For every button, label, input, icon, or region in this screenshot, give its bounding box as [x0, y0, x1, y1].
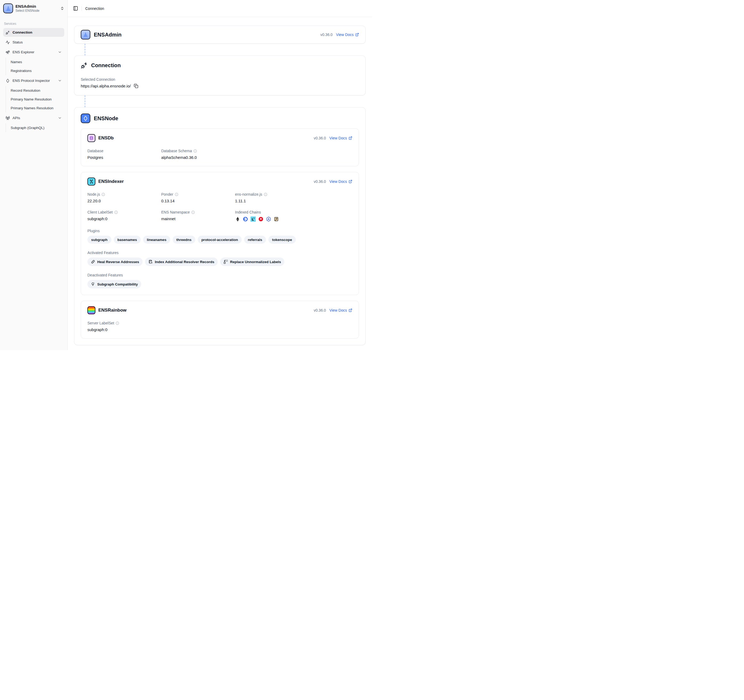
circuit-board-icon: [89, 179, 94, 184]
sidebar-item-label: Connection: [12, 30, 32, 34]
ensadmin-view-docs-link[interactable]: View Docs: [336, 33, 359, 37]
sidebar-subitem-label: Subgraph (GraphQL): [10, 126, 45, 130]
external-link-icon: [348, 308, 352, 312]
panel-left-icon: [73, 6, 78, 11]
info-icon[interactable]: [264, 193, 267, 196]
sidebar-item-connection[interactable]: Connection: [3, 28, 64, 37]
sidebar-item-status[interactable]: Status: [3, 38, 64, 47]
sidebar-toggle-button[interactable]: [73, 6, 78, 11]
ens-logo-icon: [83, 115, 88, 121]
ensdb-card: ENSDb v0.36.0 View Docs Database Postgre…: [81, 128, 359, 166]
deactivated-features-label: Deactivated Features: [88, 273, 352, 277]
ensadmin-logo: [81, 30, 90, 39]
info-icon[interactable]: [191, 211, 195, 214]
replace-icon: [223, 260, 228, 264]
ensadmin-version: v0.36.0: [320, 33, 333, 37]
sidebar-item-registrations[interactable]: Registrations: [10, 66, 64, 75]
nodejs-label: Node.js: [88, 192, 100, 197]
ponder-label: Ponder: [161, 192, 173, 197]
indexed-chains-list: [235, 216, 352, 222]
database-schema-label: Database Schema: [161, 149, 192, 153]
client-labelset-value: subgraph:0: [88, 216, 161, 221]
database-schema-value: alphaSchema0.36.0: [161, 155, 235, 160]
ensindexer-view-docs-link[interactable]: View Docs: [329, 179, 352, 184]
sidebar-item-record-resolution[interactable]: Record Resolution: [10, 86, 64, 95]
server-labelset-value: subgraph:0: [88, 327, 161, 332]
ensindexer-logo: [88, 177, 95, 186]
database-label: Database: [88, 149, 161, 153]
apis-subitems: Subgraph (GraphQL): [6, 124, 64, 132]
services-section-label: Services: [0, 16, 67, 28]
view-docs-label: View Docs: [336, 33, 354, 37]
ensdb-version: v0.36.0: [314, 136, 326, 140]
ensdb-view-docs-link[interactable]: View Docs: [329, 136, 352, 140]
sidebar-item-ens-explorer[interactable]: ENS Explorer: [3, 48, 64, 57]
ens-namespace-value: mainnet: [161, 216, 235, 221]
sidebar-nav: Connection Status ENS Explorer Names Reg…: [0, 28, 67, 133]
copy-icon: [134, 84, 138, 88]
sidebar-subitem-label: Primary Names Resolution: [10, 106, 54, 110]
sidebar-subitem-label: Record Resolution: [10, 88, 40, 92]
ensadmin-triangle-icon: [5, 5, 12, 12]
ens-logo-icon: [6, 79, 10, 83]
sidebar-item-primary-names-resolution[interactable]: Primary Names Resolution: [10, 104, 64, 113]
sidebar-subitem-label: Primary Name Resolution: [10, 97, 52, 101]
ensadmin-logo: [3, 3, 13, 13]
sidebar-item-label: ENS Explorer: [12, 50, 34, 54]
info-icon[interactable]: [101, 193, 105, 196]
server-labelset-label: Server LabelSet: [88, 321, 114, 325]
sidebar-item-label: Status: [12, 40, 23, 44]
plugin-chip: threedns: [173, 236, 195, 244]
info-icon[interactable]: [116, 322, 119, 325]
chevron-down-icon: [58, 79, 62, 83]
plugin-chip: referrals: [244, 236, 266, 244]
sidebar-item-names[interactable]: Names: [10, 58, 64, 66]
view-docs-label: View Docs: [329, 179, 347, 184]
feature-chip-heal-reverse-addresses: Heal Reverse Addresses: [88, 258, 143, 266]
plugins-list: subgraph basenames lineanames threedns p…: [88, 236, 352, 244]
ensnode-selector[interactable]: ENSAdmin Select ENSNode: [0, 0, 67, 16]
nodejs-value: 22.20.0: [88, 199, 161, 203]
ensrainbow-title: ENSRainbow: [98, 308, 126, 313]
scroll-chain-icon: [274, 216, 279, 222]
ensdb-title: ENSDb: [98, 136, 114, 141]
sidebar-subitem-label: Registrations: [10, 69, 32, 73]
telescope-icon: [6, 50, 10, 54]
base-chain-icon: [243, 216, 248, 222]
activated-features-list: Heal Reverse Addresses Index Additional …: [88, 258, 352, 266]
database-plus-icon: [149, 260, 153, 264]
breadcrumb: Connection: [85, 6, 104, 10]
plug-zap-icon: [6, 30, 10, 35]
plugin-chip: lineanames: [143, 236, 170, 244]
sidebar: ENSAdmin Select ENSNode Services Connect…: [0, 0, 68, 350]
ensnode-card: ENSNode ENSDb v0.36.0 View Docs: [74, 107, 366, 345]
sidebar-subitem-label: Names: [10, 60, 22, 64]
plug-zap-icon: [81, 62, 88, 69]
sidebar-item-ens-protocol-inspector[interactable]: ENS Protocol Inspector: [3, 76, 64, 85]
arbitrum-chain-icon: [266, 216, 271, 222]
ensrainbow-view-docs-link[interactable]: View Docs: [329, 308, 352, 313]
connection-card-title: Connection: [91, 63, 121, 69]
ensindexer-version: v0.36.0: [314, 179, 326, 184]
page-content[interactable]: ENSAdmin v0.36.0 View Docs Connection Se…: [68, 17, 372, 350]
sidebar-item-label: ENS Protocol Inspector: [12, 79, 50, 83]
threedns-chain-icon: [258, 216, 263, 222]
plugin-chip: protocol-acceleration: [198, 236, 242, 244]
info-icon[interactable]: [193, 149, 197, 153]
copy-url-button[interactable]: [134, 84, 138, 88]
ensnode-card-title: ENSNode: [94, 115, 118, 122]
sidebar-item-primary-name-resolution[interactable]: Primary Name Resolution: [10, 95, 64, 104]
bandage-icon: [91, 260, 95, 264]
main-area: Connection ENSAdmin v0.36.0 View Docs: [68, 0, 372, 350]
topbar: Connection: [68, 0, 372, 17]
ponder-value: 0.13.14: [161, 199, 235, 203]
app-subtitle: Select ENSNode: [15, 9, 39, 13]
info-icon[interactable]: [114, 211, 118, 214]
selected-connection-label: Selected Connection: [81, 77, 359, 82]
linea-chain-icon: [250, 216, 256, 222]
plugin-chip: subgraph: [88, 236, 112, 244]
sidebar-item-subgraph-graphql[interactable]: Subgraph (GraphQL): [10, 124, 64, 132]
info-icon[interactable]: [175, 193, 178, 196]
ensadmin-triangle-icon: [82, 31, 89, 38]
sidebar-item-apis[interactable]: APIs: [3, 113, 64, 122]
